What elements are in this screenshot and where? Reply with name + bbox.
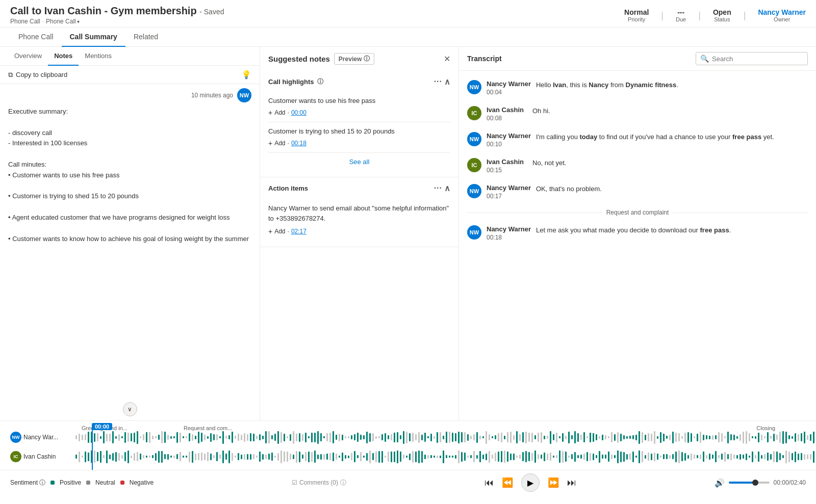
waveform-bars-ic[interactable] <box>75 448 816 465</box>
action-time-1[interactable]: 02:17 <box>291 228 307 235</box>
waveform-bar <box>375 452 377 462</box>
total-time: 02:40 <box>790 479 806 486</box>
waveform-bar <box>645 455 646 459</box>
subtitle1: Phone Call <box>10 18 40 25</box>
transcript-search-box[interactable]: 🔍 <box>696 52 808 65</box>
highlight-time-1[interactable]: 00:00 <box>291 109 307 116</box>
waveform-bar <box>687 455 689 459</box>
fast-forward-button[interactable]: ⏩ <box>548 477 559 488</box>
waveform-bar <box>792 453 793 460</box>
waveform-bar <box>507 452 508 462</box>
waveform-bar <box>730 434 732 440</box>
add-highlight-1-button[interactable]: + Add · 00:00 <box>268 109 450 117</box>
waveform-bar <box>192 451 193 463</box>
waveform-bar <box>706 435 707 439</box>
waveform-bar <box>617 432 619 443</box>
speaker-name-4: Ivan Cashin <box>487 158 527 166</box>
action-items-more-button[interactable]: ··· <box>434 183 442 193</box>
action-item-text-1: Nancy Warner to send email about "some h… <box>268 203 450 223</box>
rewind-button[interactable]: ⏪ <box>502 477 513 488</box>
waveform-area: NW Nancy War... IC Ivan Cashin <box>0 425 816 470</box>
waveform-bar <box>155 453 157 461</box>
waveform-bar <box>599 436 600 439</box>
preview-badge[interactable]: Preview ⓘ <box>334 53 374 65</box>
call-highlights-collapse-button[interactable]: ∧ <box>444 77 450 87</box>
waveform-bar <box>666 454 668 459</box>
waveform-bar <box>311 433 313 442</box>
waveform-bars-nw[interactable] <box>75 429 816 445</box>
avatar-nw-2: NW <box>467 132 481 146</box>
waveform-bar <box>486 454 487 460</box>
sentiment-label: Sentiment ⓘ <box>10 479 45 487</box>
waveform-bar <box>538 454 539 459</box>
waveform-bar <box>730 454 732 460</box>
waveform-bar <box>798 454 799 460</box>
waveform-bar <box>115 436 117 439</box>
waveform-bar <box>351 453 352 460</box>
call-highlights-info-icon[interactable]: ⓘ <box>317 77 323 86</box>
waveform-bar <box>452 433 453 442</box>
action-items-collapse-button[interactable]: ∧ <box>444 183 450 193</box>
sub-tab-overview[interactable]: Overview <box>8 47 48 66</box>
bottom-panel: 00:00 Greetings and in... Request and co… <box>0 420 816 495</box>
waveform-bar <box>118 434 120 441</box>
waveform-bar <box>495 453 496 461</box>
scroll-down-button[interactable]: ∨ <box>123 402 137 416</box>
waveform-bar <box>718 455 720 458</box>
skip-end-button[interactable]: ⏭ <box>567 478 576 488</box>
tab-phone-call[interactable]: Phone Call <box>10 28 62 47</box>
skip-back-button[interactable]: ⏮ <box>484 478 494 488</box>
highlight-time-2[interactable]: 00:18 <box>291 140 307 147</box>
transcript-search-input[interactable] <box>712 55 803 63</box>
playback-row: Sentiment ⓘ Positive Neutral Negative ☑ … <box>0 470 816 495</box>
add-highlight-2-button[interactable]: + Add · 00:18 <box>268 139 450 147</box>
call-highlights-more-button[interactable]: ··· <box>434 77 442 87</box>
waveform-bar <box>85 434 86 440</box>
bulb-icon[interactable]: 💡 <box>241 70 251 79</box>
waveform-bar <box>198 432 199 443</box>
copy-to-clipboard-button[interactable]: ⧉ Copy to clipboard <box>8 71 67 79</box>
tab-related[interactable]: Related <box>125 28 166 47</box>
play-button[interactable]: ▶ <box>521 473 540 492</box>
waveform-bar <box>550 453 551 461</box>
volume-slider[interactable] <box>729 482 770 484</box>
waveform-bar <box>176 454 178 459</box>
status-field: Open Status <box>713 8 731 22</box>
notes-text: Executive summary: - discovery call - In… <box>8 107 251 244</box>
waveform-bar <box>657 454 658 460</box>
tab-call-summary[interactable]: Call Summary <box>62 28 125 47</box>
waveform-bar <box>314 450 316 463</box>
waveform-bar <box>574 431 576 443</box>
subtitle-dropdown[interactable]: Phone Call ▾ <box>46 18 80 25</box>
waveform-bar <box>632 435 634 439</box>
waveform-bar <box>482 436 484 438</box>
waveform-bar <box>675 433 677 442</box>
sub-tab-mentions[interactable]: Mentions <box>79 47 118 66</box>
waveform-bar <box>219 436 221 438</box>
sub-tab-notes[interactable]: Notes <box>48 47 79 66</box>
waveform-bar <box>198 453 199 460</box>
waveform-bar <box>440 432 441 442</box>
add-action-1-button[interactable]: + Add · 02:17 <box>268 227 450 235</box>
waveform-bar <box>764 454 766 459</box>
waveform-bar <box>430 434 432 441</box>
waveform-bar <box>455 433 456 441</box>
waveform-speaker-nw: Nancy War... <box>23 434 58 441</box>
owner-value: Nancy Warner <box>758 8 806 16</box>
waveform-bar <box>709 436 710 439</box>
see-all-button[interactable]: See all <box>268 153 450 171</box>
waveform-bar <box>596 455 597 458</box>
waveform-bar <box>339 456 340 458</box>
speaker-info-5: Nancy Warner 00:17 <box>487 184 531 200</box>
waveform-bar <box>528 452 530 461</box>
waveform-bar <box>562 451 564 463</box>
waveform-bar <box>724 452 726 462</box>
waveform-bar <box>186 456 187 458</box>
comments-section[interactable]: ☑ Comments (0) ⓘ <box>292 479 346 487</box>
waveform-bar <box>225 436 227 439</box>
close-suggested-notes-button[interactable]: ✕ <box>444 54 450 64</box>
waveform-bar <box>697 455 698 458</box>
waveform-bar <box>724 436 726 438</box>
waveform-bar <box>88 453 89 461</box>
waveform-bar <box>602 455 603 459</box>
